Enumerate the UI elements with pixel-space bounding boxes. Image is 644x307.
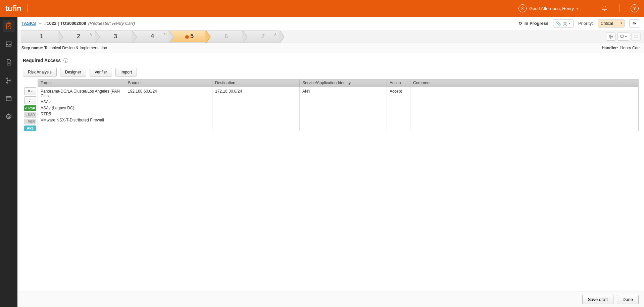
handler-label: Handler:	[602, 46, 618, 50]
step-number: 7	[261, 33, 265, 40]
nav-inbox[interactable]	[3, 38, 15, 50]
th-source[interactable]: Source	[125, 80, 212, 87]
step-marker-icon: Ａ	[274, 32, 277, 37]
row-side-controls: ≡ ⤴ ✔RSK –DSR –VER AR1	[23, 79, 38, 131]
nav-tasks[interactable]	[3, 20, 15, 32]
th-target[interactable]: Target	[38, 80, 125, 87]
step-number: 5	[190, 33, 194, 40]
step-name-value: Technical Design & Implementation	[44, 46, 107, 50]
svg-rect-9	[621, 35, 624, 37]
brand-text: tufin	[5, 4, 21, 13]
nav-browser[interactable]	[3, 93, 15, 105]
help-button[interactable]: ?	[631, 4, 639, 12]
step-marker-icon: Ａ	[89, 32, 93, 37]
workflow-step-6[interactable]: 6	[205, 30, 242, 43]
workflow-step-3[interactable]: 3	[95, 30, 132, 43]
step-number: 4	[151, 33, 154, 40]
priority-value: Critical	[601, 21, 613, 26]
svg-rect-6	[6, 97, 11, 101]
workflow-step-4[interactable]: 4⟲	[132, 30, 168, 43]
target-cell: Panorama-DG/LA Cluster/Los Angeles (PAN …	[41, 89, 122, 122]
target-item: RTR5	[41, 112, 122, 116]
brand-logo: tufin	[5, 4, 21, 13]
paperclip-icon: 📎	[556, 21, 561, 26]
status-text: In Progress	[525, 21, 549, 26]
workflow-steps: 1 2Ａ 3 4⟲ ◉5 6 7Ａ ▾	[17, 30, 644, 43]
destination-cell: 172.16.30.0/24	[212, 87, 300, 131]
status-indicator[interactable]: ⟳ In Progress	[519, 21, 549, 26]
ver-badge[interactable]: –VER	[24, 119, 36, 124]
step-number: 1	[40, 33, 43, 40]
row-share-button[interactable]: ⤴	[24, 96, 36, 104]
caret-down-icon: ▾	[577, 7, 578, 10]
step-number: 2	[77, 33, 80, 40]
nav-documents[interactable]	[3, 56, 15, 68]
header-divider	[27, 4, 28, 12]
step-marker-icon: ⟲	[163, 32, 166, 36]
import-button[interactable]: Import	[115, 68, 137, 76]
comments-button[interactable]: ▾	[617, 33, 629, 41]
th-action[interactable]: Action	[387, 80, 410, 87]
workflow-step-1[interactable]: 1	[21, 30, 58, 43]
nav-rail	[0, 17, 17, 307]
nav-settings[interactable]	[3, 111, 15, 123]
target-item: ASAv	[41, 100, 122, 104]
step-number: 6	[225, 33, 228, 40]
step-name-label: Step name:	[21, 46, 43, 50]
workflow-step-7[interactable]: 7Ａ	[242, 30, 279, 43]
save-draft-button[interactable]: Save draft	[582, 295, 613, 304]
svg-point-7	[8, 116, 10, 118]
globe-button[interactable]	[606, 33, 615, 41]
priority-select[interactable]: Critical	[598, 19, 625, 28]
workflow-step-5-current[interactable]: ◉5	[168, 30, 205, 43]
th-service[interactable]: Service/Application Identity	[300, 80, 387, 87]
target-item: Panorama-DG/LA Cluster/Los Angeles (PAN …	[41, 89, 122, 98]
attachments-button[interactable]: 📎 (0) ▾	[553, 19, 574, 28]
designer-button[interactable]: Designer	[60, 68, 86, 76]
breadcrumb-bar: TASKS → #1022 | TOS0002008 (Requester: H…	[17, 17, 644, 30]
handler-value: Henry Carr	[620, 46, 640, 50]
top-header: tufin Good Afternoon, Henry ▾ ?	[0, 0, 644, 17]
user-icon	[518, 4, 527, 12]
requester-label: (Requester: Henry Carr)	[88, 21, 135, 26]
workflow-step-2[interactable]: 2Ａ	[58, 30, 95, 43]
svg-point-5	[10, 80, 11, 81]
nav-workflow[interactable]	[3, 74, 15, 87]
notifications-button[interactable]	[600, 4, 609, 13]
caret-down-icon: ▾	[569, 22, 571, 25]
th-destination[interactable]: Destination	[212, 80, 300, 87]
info-icon[interactable]: i	[63, 58, 68, 63]
footer-bar: Save draft Done	[17, 292, 644, 307]
row-menu-button[interactable]: ≡	[24, 87, 36, 95]
rsk-badge[interactable]: ✔RSK	[24, 105, 36, 111]
verifier-button[interactable]: Verifier	[90, 68, 112, 76]
table-row[interactable]: Panorama-DG/LA Cluster/Los Angeles (PAN …	[38, 87, 638, 131]
action-cell: Accept	[387, 87, 410, 131]
target-item: ASAv (Legacy DC)	[41, 106, 122, 110]
svg-point-4	[7, 82, 8, 84]
step-meta-bar: Step name: Technical Design & Implementa…	[17, 43, 644, 53]
risk-analysis-button[interactable]: Risk Analysis	[23, 68, 57, 76]
priority-label: Priority:	[578, 21, 593, 26]
done-button[interactable]: Done	[617, 295, 639, 304]
header-divider	[589, 4, 589, 12]
breadcrumb-separator: |	[58, 21, 59, 26]
content-area: Required Access i Risk Analysis Designer…	[17, 53, 644, 292]
svg-point-3	[7, 78, 8, 79]
ar1-badge[interactable]: AR1	[24, 125, 36, 131]
refresh-icon: ⟳	[519, 21, 523, 26]
step-number: 3	[114, 33, 117, 40]
svg-rect-10	[634, 35, 637, 37]
breadcrumb-root-link[interactable]: TASKS	[21, 21, 36, 26]
user-greeting: Good Afternoon, Henry	[529, 6, 574, 11]
dsr-badge[interactable]: –DSR	[24, 112, 36, 118]
more-menu-button[interactable]: ≡ ▾	[629, 19, 640, 28]
access-table: Target Source Destination Service/Applic…	[38, 79, 639, 131]
service-cell: ANY	[300, 87, 387, 131]
th-comment[interactable]: Comment	[410, 80, 638, 87]
section-title: Required Access	[23, 58, 61, 63]
comment-cell	[410, 87, 638, 131]
pin-icon: ◉	[185, 34, 189, 39]
source-cell: 192.168.60.0/24	[125, 87, 212, 131]
user-menu[interactable]: Good Afternoon, Henry ▾	[518, 4, 578, 12]
